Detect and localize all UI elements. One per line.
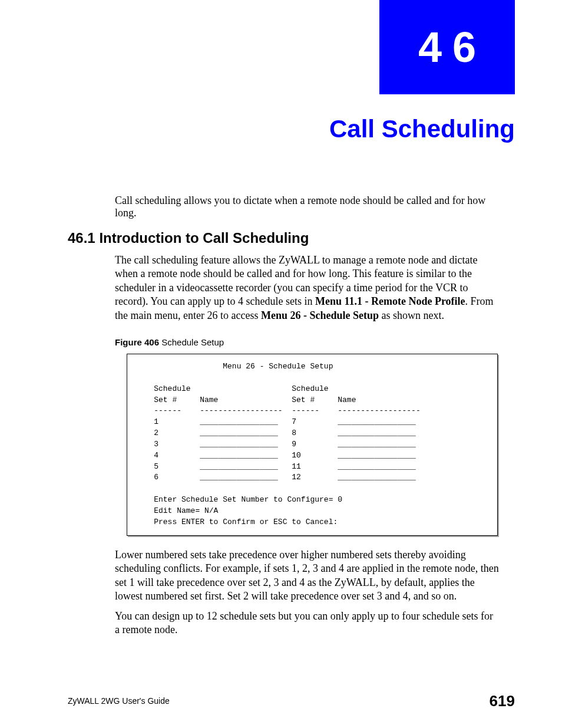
post-figure-text: Lower numbered sets take precedence over… [115, 548, 500, 643]
figure-caption-bold: Figure 406 [115, 337, 159, 347]
footer-page-number: 619 [490, 692, 515, 710]
menu-26-bold: Menu 26 - Schedule Setup [261, 309, 379, 321]
figure-caption: Figure 406 Schedule Setup [115, 337, 224, 347]
section-body-post: as shown next. [379, 309, 444, 321]
post-para-1: Lower numbered sets take precedence over… [115, 548, 500, 604]
section-heading: 46.1 Introduction to Call Scheduling [68, 230, 309, 246]
chapter-number-box: 46 [379, 0, 515, 94]
section-body: The call scheduling feature allows the Z… [115, 253, 500, 322]
menu-11-bold: Menu 11.1 - Remote Node Profile [315, 295, 465, 307]
intro-paragraph: Call scheduling allows you to dictate wh… [115, 195, 500, 219]
figure-caption-rest: Schedule Setup [159, 337, 224, 347]
footer-guide-name: ZyWALL 2WG User's Guide [68, 696, 170, 706]
post-para-2: You can design up to 12 schedule sets bu… [115, 610, 500, 637]
chapter-number: 46 [418, 23, 487, 71]
chapter-title: Call Scheduling [329, 115, 515, 143]
terminal-output: Menu 26 - Schedule Setup Schedule Schedu… [127, 354, 498, 536]
